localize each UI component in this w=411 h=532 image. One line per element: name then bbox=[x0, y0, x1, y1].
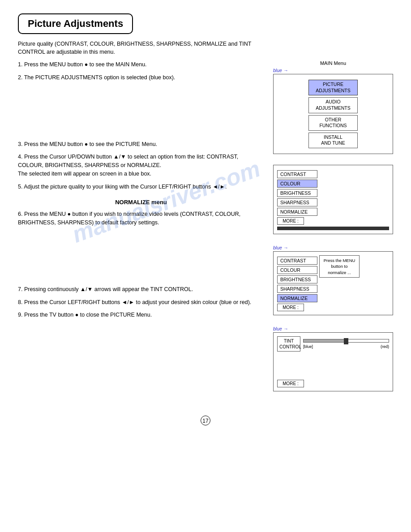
page-number-container: 17 bbox=[18, 416, 393, 425]
step-9-text: Press the TV button ● to close the PICTU… bbox=[24, 312, 152, 318]
blue-arrow-3: blue → bbox=[273, 326, 393, 331]
picture-menu-more-2: MORE : bbox=[277, 304, 304, 311]
step-9: 9. Press the TV button ● to close the PI… bbox=[18, 311, 264, 319]
page-title: Picture Adjustments bbox=[28, 18, 123, 30]
main-menu-item-other: OTHERFUNCTIONS bbox=[308, 115, 358, 131]
tint-red-label: (red) bbox=[381, 344, 389, 349]
tint-labels: [blue] (red) bbox=[303, 344, 389, 349]
tint-slider[interactable] bbox=[303, 339, 389, 343]
picture-menu-more-1: MORE : bbox=[277, 217, 304, 225]
step-5-text: Adjust the picture quality to your likin… bbox=[24, 184, 227, 190]
picture-progress-bar bbox=[277, 227, 389, 230]
picture-menu-items-2: CONTRAST COLOUR BRIGHTNESS SHARPNESS NOR… bbox=[277, 255, 317, 311]
step-6-text: Press the MENU ● button if you wish to n… bbox=[18, 211, 240, 226]
tint-slider-container: [blue] (red) bbox=[303, 339, 389, 349]
step-1-number: 1. bbox=[18, 61, 22, 68]
step-4-number: 4. bbox=[18, 154, 22, 160]
step-6-number: 6. bbox=[18, 211, 22, 217]
page-container: manualsriver.com Picture Adjustments Pic… bbox=[0, 0, 411, 532]
left-column: 1. Press the MENU button ● to see the MA… bbox=[18, 60, 269, 402]
picture-menu-sharpness-2: SHARPNESS bbox=[277, 285, 317, 293]
picture-menu-brightness-1: BRIGHTNESS bbox=[277, 189, 317, 197]
step-8-text: Press the Cursor LEFT/RIGHT buttons ◄/► … bbox=[24, 299, 251, 305]
step-5-number: 5. bbox=[18, 184, 22, 190]
picture-menu-panel-2: CONTRAST COLOUR BRIGHTNESS SHARPNESS NOR… bbox=[273, 251, 393, 315]
picture-menu-colour-1: COLOUR bbox=[277, 180, 317, 188]
step-2-number: 2. bbox=[18, 74, 22, 81]
step-8-number: 8. bbox=[18, 299, 22, 305]
picture-menu-colour-2: COLOUR bbox=[277, 266, 317, 274]
tint-more: MORE : bbox=[277, 380, 304, 387]
picture-menu-panel-1: CONTRAST COLOUR BRIGHTNESS SHARPNESS NOR… bbox=[273, 165, 393, 234]
tint-slider-thumb bbox=[344, 338, 348, 344]
page-number: 17 bbox=[201, 416, 210, 425]
step-7-text: Pressing continuously ▲/▼ arrows will ap… bbox=[24, 286, 193, 292]
main-layout: 1. Press the MENU button ● to see the MA… bbox=[18, 60, 393, 402]
step-7-number: 7. bbox=[18, 286, 22, 292]
step-4-text: Press the Cursor UP/DOWN button ▲/▼ to s… bbox=[18, 154, 238, 177]
intro-text: Picture quality (CONTRAST, COLOUR, BRIGH… bbox=[18, 40, 269, 56]
blue-arrow-1: blue → bbox=[273, 68, 393, 73]
blue-arrow-2: blue → bbox=[273, 245, 393, 250]
title-box: Picture Adjustments bbox=[18, 13, 133, 34]
right-column: MAIN Menu blue → PICTUREADJUSTMENTS AUDI… bbox=[269, 60, 393, 402]
picture-menu-normalize-1: NORMALIZE bbox=[277, 208, 317, 216]
step-3-number: 3. bbox=[18, 141, 22, 147]
tint-row: TINTCONTROL [blue] (red) bbox=[277, 336, 389, 352]
picture-menu-normalize-2: NORMALIZE bbox=[277, 294, 317, 302]
step-5: 5. Adjust the picture quality to your li… bbox=[18, 183, 264, 191]
step-2-text: The PICTURE ADJUSTMENTS option is select… bbox=[24, 74, 176, 81]
step-4: 4. Press the Cursor UP/DOWN button ▲/▼ t… bbox=[18, 153, 264, 178]
step-6: 6. Press the MENU ● button if you wish t… bbox=[18, 210, 264, 227]
main-menu-item-install: INSTALLAND TUNE bbox=[308, 133, 358, 148]
step-8: 8. Press the Cursor LEFT/RIGHT buttons ◄… bbox=[18, 298, 264, 307]
normalize-section-title: NORMALIZE menu bbox=[18, 199, 264, 206]
picture-menu-contrast-2: CONTRAST bbox=[277, 257, 317, 265]
tint-label: TINTCONTROL bbox=[277, 336, 300, 352]
main-menu-panel: PICTUREADJUSTMENTS AUDIOADJUSTMENTS OTHE… bbox=[273, 74, 393, 154]
picture-menu-brightness-2: BRIGHTNESS bbox=[277, 275, 317, 283]
picture-menu-sharpness-1: SHARPNESS bbox=[277, 198, 317, 206]
step-1-text: Press the MENU button ● to see the MAIN … bbox=[24, 61, 147, 68]
main-menu-item-picture: PICTUREADJUSTMENTS bbox=[308, 80, 358, 95]
tint-blue-label: [blue] bbox=[303, 344, 313, 349]
main-menu-title: MAIN Menu bbox=[273, 60, 393, 66]
main-menu-item-audio: AUDIOADJUSTMENTS bbox=[308, 97, 358, 113]
normalize-tooltip: Press the MENU button to normalize ... bbox=[319, 255, 360, 278]
step-3-text: Press the MENU button ● to see the PICTU… bbox=[24, 141, 157, 147]
normalize-row: CONTRAST COLOUR BRIGHTNESS SHARPNESS NOR… bbox=[277, 255, 389, 311]
tint-panel: TINTCONTROL [blue] (red) MORE : bbox=[273, 332, 393, 391]
step-1: 1. Press the MENU button ● to see the MA… bbox=[18, 60, 264, 69]
step-7: 7. Pressing continuously ▲/▼ arrows will… bbox=[18, 285, 264, 294]
step-2: 2. The PICTURE ADJUSTMENTS option is sel… bbox=[18, 73, 264, 82]
step-9-number: 9. bbox=[18, 312, 22, 318]
step-3: 3. Press the MENU button ● to see the PI… bbox=[18, 140, 264, 149]
picture-menu-contrast-1: CONTRAST bbox=[277, 170, 317, 178]
